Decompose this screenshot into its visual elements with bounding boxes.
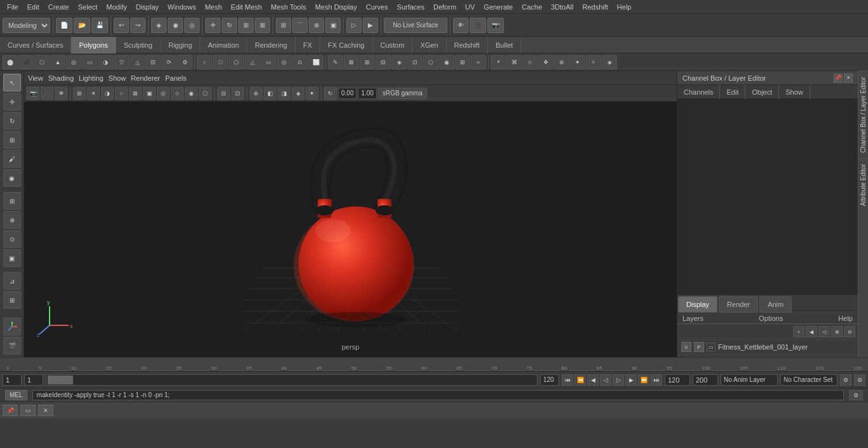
snap-point-btn[interactable]: ⊕ bbox=[309, 18, 324, 33]
snap-obj-left-btn[interactable]: ⊕ bbox=[3, 211, 21, 229]
side-tab-channel-box[interactable]: Channel Box / Layer Editor bbox=[858, 71, 868, 158]
menu-file[interactable]: File bbox=[3, 2, 23, 12]
pipe-tool[interactable]: ⊟ bbox=[146, 55, 161, 69]
vp-menu-shading[interactable]: Shading bbox=[48, 74, 74, 82]
render-btn[interactable]: ▷ bbox=[346, 18, 362, 33]
command-line[interactable]: makeIdentity -apply true -t 1 -r 1 -s 1 … bbox=[32, 390, 844, 400]
menu-help[interactable]: Help bbox=[613, 2, 636, 12]
channel-tab-object[interactable]: Object bbox=[745, 85, 779, 99]
deform7-tool[interactable]: ✧ bbox=[586, 55, 601, 69]
poly-bridge-tool[interactable]: ⊡ bbox=[407, 55, 423, 69]
tab-rendering[interactable]: Rendering bbox=[247, 37, 295, 53]
layer-back2-btn[interactable]: ◁ bbox=[818, 326, 830, 337]
universal-manip-btn[interactable]: ⊞ bbox=[3, 291, 21, 309]
nurbs-plane-tool[interactable]: ▭ bbox=[261, 55, 276, 69]
snap-curve-btn[interactable]: ⌒ bbox=[292, 18, 308, 33]
taskbar-close-btn[interactable]: ✕ bbox=[38, 405, 53, 416]
open-file-btn[interactable]: 📂 bbox=[74, 18, 90, 33]
cube-tool[interactable]: ⬛ bbox=[18, 55, 34, 69]
region-left-btn[interactable]: ▣ bbox=[3, 249, 21, 267]
menu-mesh-tools[interactable]: Mesh Tools bbox=[266, 2, 310, 12]
menu-edit[interactable]: Edit bbox=[23, 2, 44, 12]
pb-go-start-btn[interactable]: ⏮ bbox=[562, 374, 573, 386]
nurbs-sphere-tool[interactable]: ○ bbox=[197, 55, 212, 69]
menu-mesh-display[interactable]: Mesh Display bbox=[311, 2, 362, 12]
pb-next-frame-btn[interactable]: ▶ bbox=[625, 374, 637, 386]
ipr-btn[interactable]: ▶ bbox=[363, 18, 378, 33]
move-tool-btn[interactable]: ✛ bbox=[3, 93, 21, 111]
cam2-btn[interactable]: 🎥 bbox=[470, 18, 486, 33]
snap-grid-btn[interactable]: ⊞ bbox=[276, 18, 291, 33]
nurbs-cube-tool[interactable]: □ bbox=[213, 55, 228, 69]
cam-btn[interactable]: 👁 bbox=[453, 18, 468, 33]
nurbs-torus-tool[interactable]: ◎ bbox=[276, 55, 292, 69]
vp-shadow-btn[interactable]: ◑ bbox=[101, 87, 114, 100]
rotate-btn[interactable]: ↻ bbox=[222, 18, 237, 33]
tab-redshift[interactable]: Redshift bbox=[447, 37, 488, 53]
gear-tool[interactable]: ⚙ bbox=[177, 55, 193, 69]
channel-tab-channels[interactable]: Channels bbox=[677, 85, 720, 99]
nurbs-circle-tool[interactable]: ⊙ bbox=[292, 55, 308, 69]
cone-tool[interactable]: ▲ bbox=[50, 55, 65, 69]
live-surface-btn[interactable]: No Live Surface bbox=[384, 18, 447, 33]
vp-show-btn[interactable]: ◨ bbox=[278, 87, 290, 100]
paint-tool-btn[interactable]: 🖌 bbox=[3, 150, 21, 168]
deform5-tool[interactable]: ⊛ bbox=[554, 55, 569, 69]
timeline[interactable]: 1 5 10 15 20 25 30 35 40 45 50 55 60 65 … bbox=[0, 357, 868, 371]
menu-deform[interactable]: Deform bbox=[429, 2, 461, 12]
menu-curves[interactable]: Curves bbox=[362, 2, 393, 12]
vp-menu-show[interactable]: Show bbox=[109, 74, 126, 82]
vp-menu-lighting[interactable]: Lighting bbox=[79, 74, 104, 82]
menu-cache[interactable]: Cache bbox=[517, 2, 546, 12]
range-max-field[interactable] bbox=[693, 374, 718, 386]
layer-back-btn[interactable]: ◀ bbox=[806, 326, 817, 337]
taskbar-pin-btn[interactable]: 📌 bbox=[3, 405, 18, 416]
pb-prev-key-btn[interactable]: ⏪ bbox=[574, 374, 586, 386]
snap-view-left-btn[interactable]: ⊙ bbox=[3, 230, 21, 248]
layer-add-btn[interactable]: + bbox=[793, 326, 804, 337]
soft-select-btn[interactable]: ◉ bbox=[3, 169, 21, 187]
tab-custom[interactable]: Custom bbox=[373, 37, 413, 53]
vp-col-btn[interactable]: ◈ bbox=[292, 87, 304, 100]
render-icon-btn[interactable]: 🎬 bbox=[3, 337, 21, 355]
timeline-settings-btn[interactable]: ⚙ bbox=[854, 374, 865, 386]
deform3-tool[interactable]: ⊹ bbox=[522, 55, 538, 69]
menu-edit-mesh[interactable]: Edit Mesh bbox=[226, 2, 266, 12]
vp-menu-renderer[interactable]: Renderer bbox=[131, 74, 160, 82]
nurbs-cone-tool[interactable]: △ bbox=[245, 55, 260, 69]
show-manip-btn[interactable]: ⊿ bbox=[3, 272, 21, 290]
vp-select-mode-btn[interactable]: ⬡ bbox=[199, 87, 212, 100]
status-settings-btn[interactable]: ⚙ bbox=[849, 390, 863, 400]
mel-indicator[interactable]: MEL bbox=[5, 390, 27, 400]
vp-menu-view[interactable]: View bbox=[28, 74, 43, 82]
channel-tab-edit[interactable]: Edit bbox=[720, 85, 745, 99]
range-end-field[interactable] bbox=[665, 374, 690, 386]
tab-fx-caching[interactable]: FX Caching bbox=[320, 37, 372, 53]
mode-select[interactable]: Modeling bbox=[3, 18, 50, 33]
menu-mesh[interactable]: Mesh bbox=[200, 2, 226, 12]
disc-tool[interactable]: ◑ bbox=[98, 55, 113, 69]
pb-next-key-btn[interactable]: ⏩ bbox=[638, 374, 649, 386]
poly-merge-tool[interactable]: ⊟ bbox=[376, 55, 391, 69]
vp-hud-btn[interactable]: ⊟ bbox=[217, 87, 230, 100]
vp-colorspace-btn[interactable]: sRGB gamma bbox=[378, 88, 427, 99]
menu-create[interactable]: Create bbox=[44, 2, 74, 12]
menu-surfaces[interactable]: Surfaces bbox=[393, 2, 429, 12]
deform8-tool[interactable]: ◈ bbox=[602, 55, 617, 69]
prism-tool[interactable]: ▽ bbox=[114, 55, 129, 69]
deform1-tool[interactable]: ⌖ bbox=[491, 55, 506, 69]
vp-tex-btn[interactable]: ▣ bbox=[143, 87, 156, 100]
frame-current-field[interactable] bbox=[24, 374, 43, 386]
tab-fx[interactable]: FX bbox=[295, 37, 320, 53]
save-file-btn[interactable]: 💾 bbox=[92, 18, 108, 33]
scroll-thumb[interactable] bbox=[48, 376, 73, 384]
cam3-btn[interactable]: 📷 bbox=[487, 18, 504, 33]
tab-xgen[interactable]: XGen bbox=[412, 37, 446, 53]
layer-rem-sel-btn[interactable]: ⊖ bbox=[844, 326, 855, 337]
poly-subdivide-tool[interactable]: ⊞ bbox=[455, 55, 470, 69]
menu-uv[interactable]: UV bbox=[461, 2, 479, 12]
poly-bevel-tool[interactable]: ◈ bbox=[391, 55, 407, 69]
poly-split-tool[interactable]: ⊠ bbox=[344, 55, 359, 69]
layers-menu-options[interactable]: Options bbox=[759, 315, 783, 322]
select-btn[interactable]: ◈ bbox=[151, 18, 166, 33]
